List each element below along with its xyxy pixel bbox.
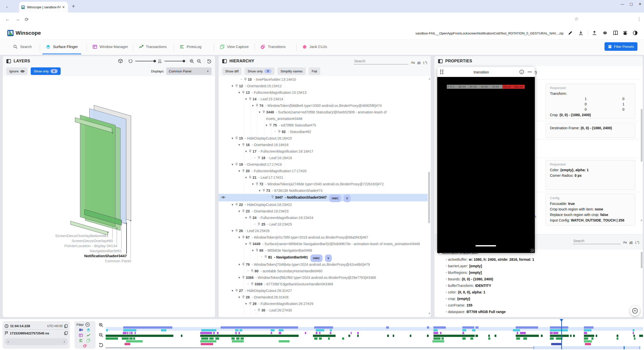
show-diff-button[interactable]: Show diff bbox=[222, 67, 242, 75]
screen-recording-segment[interactable] bbox=[386, 326, 389, 329]
collapse-panel-icon[interactable] bbox=[438, 59, 443, 64]
transactions-segment[interactable] bbox=[475, 335, 478, 337]
tab-close-icon[interactable]: ✕ bbox=[61, 5, 66, 10]
protolog-segment[interactable] bbox=[240, 337, 244, 340]
tab-surface-flinger[interactable]: Surface Flinger bbox=[46, 40, 78, 54]
tree-row-27[interactable]: ▼27 - HideDisplayCutout:26:31#27 bbox=[219, 287, 428, 294]
protolog-segment[interactable] bbox=[201, 337, 208, 340]
expand-arrow[interactable]: ▼ bbox=[237, 234, 242, 241]
collapse-filter-icon[interactable] bbox=[85, 322, 90, 327]
timeline-tracks[interactable] bbox=[106, 319, 643, 350]
protolog-segment[interactable] bbox=[215, 337, 219, 340]
transactions-segment[interactable] bbox=[516, 335, 539, 337]
protolog-segment[interactable] bbox=[342, 337, 344, 340]
expand-arrow[interactable]: ▼ bbox=[230, 201, 235, 208]
curr-scrollbar[interactable] bbox=[641, 252, 642, 268]
tree-row-82[interactable]: •82 - StatusBar#82 bbox=[219, 128, 428, 135]
transactions-segment[interactable] bbox=[106, 335, 173, 337]
screen-recording-segment[interactable] bbox=[584, 326, 593, 329]
tree-row-3449[interactable]: ▼3449 - Surface(name=885b63e NavigationB… bbox=[219, 241, 428, 247]
protolog-segment[interactable] bbox=[441, 337, 444, 340]
protolog-segment[interactable] bbox=[523, 337, 527, 340]
tree-row-23[interactable]: ▼23 - OneHanded:18:23#23 bbox=[219, 208, 428, 214]
window-manager-segment[interactable] bbox=[316, 332, 317, 334]
show-only-button[interactable]: Show only V bbox=[31, 67, 61, 75]
surface-flinger-segment[interactable] bbox=[161, 329, 166, 331]
collapse-panel-icon[interactable] bbox=[222, 59, 227, 64]
human-time[interactable]: 11:04:14.228 bbox=[10, 324, 30, 328]
view-capture-segment[interactable] bbox=[200, 340, 216, 342]
tree-row-24[interactable]: ▼24 - FullscreenMagnification:18:23#24 bbox=[219, 214, 428, 221]
window-manager-segment[interactable] bbox=[553, 332, 558, 334]
expand-arrow[interactable]: ▼ bbox=[237, 168, 242, 174]
screen-recording-segment[interactable] bbox=[221, 326, 298, 329]
bookmark-star-icon[interactable]: ☆ bbox=[574, 16, 579, 22]
surface-flinger-segment[interactable] bbox=[201, 329, 216, 331]
protolog-filter-icon[interactable] bbox=[79, 339, 83, 342]
playhead-marker[interactable] bbox=[560, 319, 563, 322]
window-manager-segment[interactable] bbox=[131, 332, 132, 334]
surface-flinger-segment[interactable] bbox=[462, 329, 466, 331]
transactions-segment[interactable] bbox=[181, 335, 182, 337]
edit-icon[interactable] bbox=[568, 30, 573, 36]
window-maximize-icon[interactable]: ▢ bbox=[630, 2, 633, 6]
protolog-segment[interactable] bbox=[516, 337, 520, 340]
tree-row-13[interactable]: ▼13 - FullscreenMagnification:15:15#13 bbox=[219, 89, 428, 96]
simplify-names-button[interactable]: Simplify names bbox=[277, 67, 306, 75]
protolog-segment[interactable] bbox=[470, 337, 473, 340]
tab-transactions[interactable]: Transactions bbox=[139, 40, 167, 54]
view-capture-segment[interactable] bbox=[126, 340, 143, 342]
surface-flinger-segment[interactable] bbox=[123, 329, 136, 331]
zoom-out-icon[interactable] bbox=[197, 59, 202, 64]
transitions-segment[interactable] bbox=[125, 343, 130, 345]
expand-arrow[interactable]: ▼ bbox=[230, 228, 235, 234]
expand-arrow[interactable]: ▼ bbox=[237, 208, 242, 214]
tree-row-20[interactable]: ▼20 - FullscreenMagnification:17:17#20 bbox=[219, 168, 428, 174]
protolog-segment[interactable] bbox=[129, 337, 133, 340]
window-close-icon[interactable]: ✕ bbox=[638, 2, 641, 6]
reset-view-icon[interactable] bbox=[207, 59, 212, 64]
protolog-segment[interactable] bbox=[133, 337, 135, 340]
window-manager-segment[interactable] bbox=[127, 332, 128, 334]
curr-property-row[interactable]: •dataspace:BT709 sRGB Full range bbox=[434, 309, 640, 315]
surface-flinger-segment[interactable] bbox=[235, 329, 238, 331]
upload-icon[interactable] bbox=[592, 30, 597, 36]
scroll-down-icon[interactable]: ▼ bbox=[428, 312, 431, 315]
view-capture-filter-icon[interactable] bbox=[87, 339, 90, 342]
tree-row-3447[interactable]: •3447 - NotificationShade#3447HWCV bbox=[219, 194, 428, 201]
tree-row-15[interactable]: ▼15 - HideDisplayCutout:16:16#15 bbox=[219, 135, 428, 142]
tree-row-3448[interactable]: ▼3448 - Surface(name=ed70f88 StatusBar)/… bbox=[219, 109, 428, 122]
tab-search-chevron-icon[interactable]: ⌄ bbox=[4, 3, 10, 10]
surface-flinger-segment[interactable] bbox=[633, 329, 634, 331]
expand-arrow[interactable]: ▼ bbox=[237, 89, 242, 96]
collapse-panel-icon[interactable] bbox=[6, 59, 11, 64]
spacing-slider[interactable] bbox=[165, 61, 184, 61]
window-manager-segment[interactable] bbox=[235, 332, 237, 334]
tree-row-25[interactable]: •25 - Leaf:18:23#25 bbox=[219, 221, 428, 228]
tree-row-72[interactable]: ▼72 - WindowToken{a2746de type=2040 andr… bbox=[219, 181, 428, 187]
layer-label[interactable]: NotificationShade#3447 bbox=[3, 254, 127, 258]
transactions-segment[interactable] bbox=[393, 335, 394, 337]
tree-row-21[interactable]: ▼21 - Leaf:17:17#21 bbox=[219, 174, 428, 181]
tree-row-12[interactable]: ▼12 - OneHanded:15:15#12 bbox=[219, 83, 428, 89]
screen-recording-segment[interactable] bbox=[462, 326, 474, 329]
screen-recording-segment[interactable] bbox=[475, 326, 479, 329]
window-manager-segment[interactable] bbox=[550, 332, 553, 334]
expand-arrow[interactable]: ▼ bbox=[230, 135, 235, 142]
scroll-up-icon[interactable]: ▲ bbox=[428, 77, 431, 80]
expand-arrow[interactable]: ▼ bbox=[237, 261, 242, 268]
tab-search[interactable]: Search bbox=[13, 40, 32, 54]
view-capture-segment[interactable] bbox=[432, 340, 444, 342]
window-manager-segment[interactable] bbox=[357, 332, 359, 334]
filter-presets-button[interactable]: Filter Presets bbox=[605, 42, 637, 51]
tree-row-18[interactable]: •18 - Leaf:16:16#18 bbox=[219, 155, 428, 161]
window-manager-segment[interactable] bbox=[520, 332, 526, 334]
properties-scrollbar[interactable] bbox=[641, 109, 642, 162]
layer-label[interactable]: PointerLocation - display 0#134 bbox=[3, 244, 117, 248]
ignore-button[interactable]: Ignore bbox=[6, 67, 28, 75]
protolog-segment[interactable] bbox=[591, 337, 594, 340]
expand-arrow[interactable]: ▼ bbox=[244, 241, 248, 247]
curr-property-row[interactable]: •barrierLayer:[empty] bbox=[434, 263, 640, 269]
transactions-segment[interactable] bbox=[639, 335, 643, 337]
visibility-icon[interactable] bbox=[221, 196, 225, 199]
